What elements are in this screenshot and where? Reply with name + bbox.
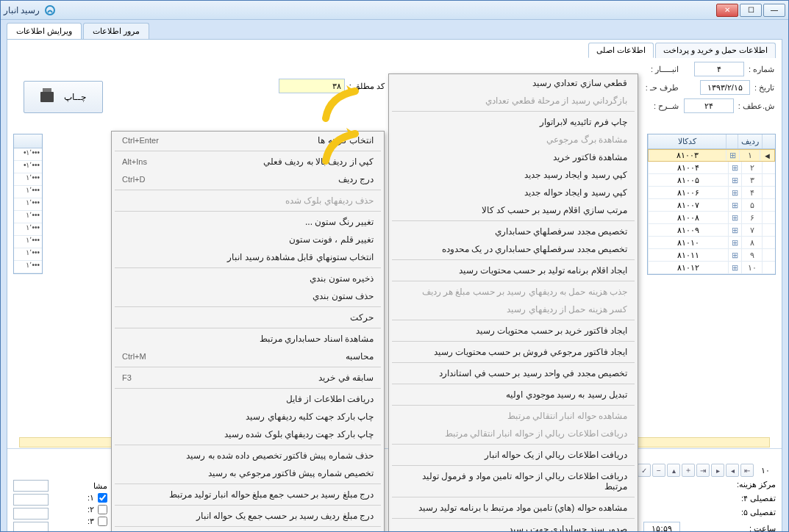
- row-indicator: [762, 174, 775, 186]
- menu-item[interactable]: تخصيص شماره پيش فاکتور مرجوعي به رسيد: [112, 464, 384, 482]
- chk-1[interactable]: ۱:: [63, 493, 107, 503]
- menu-item[interactable]: مشاهدة فاکتور خريد: [389, 148, 638, 166]
- col-code[interactable]: کدکالا: [648, 134, 726, 148]
- menu-item[interactable]: درج مبلغ رسيد بر حسب جمع مبلغ حواله انبا…: [112, 486, 384, 503]
- chk-mosh[interactable]: مشا: [63, 481, 107, 491]
- expand-icon[interactable]: ⊞: [728, 249, 741, 261]
- menu-item[interactable]: تخصيص مجدد سرفصلهاي حسابداري: [389, 223, 638, 240]
- nav-edit[interactable]: ▴: [667, 464, 680, 477]
- table-row[interactable]: ۶⊞۸۱۰۰۸: [648, 212, 775, 224]
- expand-icon[interactable]: ⊞: [728, 262, 741, 273]
- expand-icon[interactable]: ⊞: [728, 174, 741, 186]
- menu-item[interactable]: چاپ فرم تائيديه لابراتوار: [389, 113, 638, 131]
- table-row[interactable]: ۲⊞۸۱۰۰۴: [648, 162, 775, 174]
- nav-delete[interactable]: −: [652, 464, 665, 477]
- table-row[interactable]: ۱۰⊞۸۱۰۱۲: [648, 262, 775, 274]
- table-row[interactable]: ۹⊞۸۱۰۱۱: [648, 249, 775, 262]
- cell-code: ۸۱۰۰۴: [648, 162, 728, 173]
- menu-item[interactable]: تخصيص مجدد في واحد رسيد بر حسب في استاند…: [389, 364, 638, 382]
- menu-item[interactable]: حرکت: [112, 309, 384, 326]
- colorbox-4[interactable]: [13, 522, 49, 532]
- menu-item[interactable]: انتخاب ستونهاي قابل مشاهدة رسيد انبار: [112, 248, 384, 266]
- menu-item[interactable]: ايجاد فاكتور مرجوعي فروش بر حسب محتويات …: [389, 343, 638, 361]
- expand-icon[interactable]: ⊞: [728, 162, 741, 173]
- maximize-button[interactable]: ☐: [740, 4, 762, 17]
- nav-confirm[interactable]: ✓: [638, 464, 651, 477]
- menu-separator: [115, 388, 381, 389]
- menu-item[interactable]: دريافت اطلاعات ريالي از حواله تامين مواد…: [389, 467, 638, 495]
- menu-item[interactable]: درج مبلغ رديف رسيد بر حسب جمع يک حواله ا…: [112, 507, 384, 525]
- colorbox-1[interactable]: [13, 480, 49, 492]
- menu-item[interactable]: مشاهدة اسناد حسابداري مرتبط: [112, 330, 384, 348]
- table-row[interactable]: ۵⊞۸۱۰۰۷: [648, 199, 775, 212]
- menu-item[interactable]: درج رديفCtrl+D: [112, 170, 384, 188]
- menu-item[interactable]: ايجاد فاكتور خريد بر حسب محتويات رسيد: [389, 322, 638, 339]
- expand-icon[interactable]: ⊞: [728, 237, 741, 248]
- nav-last[interactable]: ⇥: [696, 464, 710, 477]
- nav-prev[interactable]: ◂: [726, 464, 739, 477]
- menu-item[interactable]: صدور سند حسابداري جهت رسيد: [389, 520, 638, 532]
- tab-transport[interactable]: اطلاعات حمل و خرید و پرداخت: [655, 43, 776, 58]
- printer-icon: [40, 92, 54, 102]
- expand-icon[interactable]: ⊞: [728, 224, 741, 236]
- nav-add[interactable]: ＋: [682, 464, 695, 477]
- print-label: چــاپ: [64, 92, 86, 102]
- tab-main[interactable]: اطلاعات اصلی: [588, 43, 654, 58]
- expand-icon[interactable]: ⊞: [728, 212, 741, 223]
- nav-next[interactable]: ▸: [711, 464, 724, 477]
- tab-edit[interactable]: ویرایش اطلاعات: [7, 23, 82, 39]
- menu-item[interactable]: حذف ستون بندي: [112, 287, 384, 305]
- expand-icon[interactable]: ⊞: [728, 199, 741, 211]
- menu-separator: [392, 111, 635, 112]
- cell-code: ۸۱۰۰۹: [648, 224, 728, 236]
- input-date[interactable]: [700, 80, 750, 95]
- row-atf: ش.عطف :: [684, 98, 774, 113]
- nav-first[interactable]: ⇤: [740, 464, 754, 477]
- input-atf[interactable]: [684, 98, 734, 113]
- check-group: مشا ۱: ۲: ۳:: [63, 481, 107, 526]
- table-row[interactable]: ۳⊞۸۱۰۰۵: [648, 174, 775, 187]
- menu-item[interactable]: کپي رسيد و ايجاد حواله جديد: [389, 184, 638, 201]
- input-time[interactable]: [643, 522, 680, 532]
- input-number[interactable]: [694, 62, 744, 76]
- table-row[interactable]: ۸⊞۸۱۰۱۰: [648, 237, 775, 249]
- menu-item[interactable]: ايجاد اقلام برنامه توليد بر حسب محتويات …: [389, 262, 638, 279]
- menu-item[interactable]: تخصيص مجدد سرفصلهاي حسابداري در یک محدود…: [389, 240, 638, 258]
- menu-item[interactable]: تغيير رنگ ستون ...: [112, 213, 384, 231]
- menu-item[interactable]: دريافت اطلاعات از فايل: [112, 390, 384, 408]
- menu-item[interactable]: کپي رسيد و ايجاد رسيد جديد: [389, 166, 638, 184]
- expand-icon[interactable]: ⊞: [728, 187, 741, 198]
- table-row[interactable]: ۷⊞۸۱۰۰۹: [648, 224, 775, 237]
- colorbox-2[interactable]: [13, 494, 49, 506]
- table-row[interactable]: ◄۱⊞۸۱۰۰۳: [648, 149, 775, 162]
- menu-item[interactable]: مشاهده حواله (هاي) تامين مواد مرتبط با ب…: [389, 499, 638, 517]
- menu-item[interactable]: سابقه في خريدF3: [112, 369, 384, 387]
- menu-item[interactable]: تبديل رسيد به رسيد موجودي اوليه: [389, 386, 638, 403]
- tab-browse[interactable]: مرور اطلاعات: [83, 23, 149, 39]
- close-button[interactable]: ✕: [716, 4, 738, 17]
- chk-3[interactable]: ۳:: [63, 517, 107, 526]
- cell-index: ۹: [741, 249, 762, 261]
- cell-index: ۵: [741, 199, 762, 211]
- menu-item[interactable]: محاسبهCtrl+M: [112, 348, 384, 365]
- menu-item[interactable]: مشاهده کاردکس: [112, 528, 384, 532]
- expand-icon[interactable]: ⊞: [726, 150, 739, 161]
- menu-item: حذف رديفهاي بلوک شده: [112, 192, 384, 209]
- table-row[interactable]: ۴⊞۸۱۰۰۶: [648, 187, 775, 199]
- col-row[interactable]: ردیف: [738, 134, 762, 148]
- print-button[interactable]: چــاپ: [24, 81, 103, 113]
- minimize-button[interactable]: —: [763, 4, 785, 17]
- menu-item[interactable]: چاپ بارکد جهت رديفهاي بلوک شده رسيد: [112, 425, 384, 443]
- menu-item[interactable]: چاپ بارکد جهت کليه رديفهاي رسيد: [112, 408, 384, 425]
- menu-item: كسر هزينه حمل از رديفهاي رسيد: [389, 301, 638, 318]
- menu-item-label: ايجاد فاكتور مرجوعي فروش بر حسب محتويات …: [434, 347, 627, 357]
- colorbox-3[interactable]: [13, 508, 49, 520]
- cell-index: ۲: [741, 162, 762, 173]
- menu-item[interactable]: ذخيره ستون بندي: [112, 270, 384, 287]
- menu-item[interactable]: دريافت اطلاعات ريالي از يک حواله انبار: [389, 446, 638, 464]
- menu-item[interactable]: مرتب سازي اقلام رسيد بر حسب کد کالا: [389, 201, 638, 219]
- menu-item[interactable]: قطعي سازي تعدادي رسيد: [389, 74, 638, 92]
- menu-item[interactable]: تغيير قلم ، فونت ستون: [112, 231, 384, 248]
- menu-item[interactable]: حذف شماره پيش فاکتور تخصيص داده شده به ر…: [112, 447, 384, 464]
- chk-2[interactable]: ۲:: [63, 505, 107, 514]
